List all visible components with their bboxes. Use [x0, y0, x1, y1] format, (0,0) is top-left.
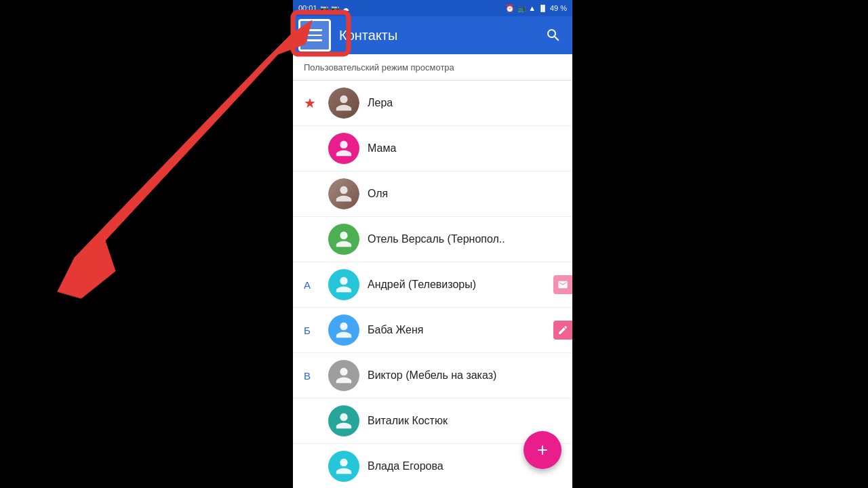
- avatar-otel: [328, 224, 359, 255]
- avatar-olya: [328, 178, 359, 209]
- svg-marker-1: [58, 20, 312, 298]
- avatar-vitalik: [328, 405, 359, 436]
- avatar-baba-zhenya: [328, 314, 359, 346]
- contact-item-lera[interactable]: ★ Лера: [293, 81, 572, 126]
- menu-button[interactable]: [298, 19, 331, 52]
- status-left: 00:01 📷 📷 ☁: [298, 4, 349, 13]
- contact-name-lera: Лера: [368, 97, 561, 109]
- contact-name-vitalik: Виталик Костюк: [368, 415, 561, 427]
- plus-icon: +: [537, 439, 548, 461]
- video-icon: 📷: [320, 5, 328, 12]
- add-contact-fab[interactable]: +: [524, 431, 561, 469]
- menu-line-2: [307, 35, 322, 37]
- contact-item-andrey[interactable]: А Андрей (Телевизоры): [293, 262, 572, 308]
- cloud-icon: ☁: [342, 4, 349, 13]
- contact-item-otel[interactable]: Отель Версаль (Тернопол..: [293, 217, 572, 262]
- cast-icon: 📺: [517, 5, 526, 12]
- search-button[interactable]: [540, 22, 567, 49]
- contact-name-andrey: Андрей (Телевизоры): [368, 279, 561, 291]
- menu-line-3: [307, 39, 322, 41]
- avatar-viktor: [328, 360, 359, 391]
- avatar-andrey: [328, 269, 359, 300]
- time-display: 00:01: [298, 4, 317, 12]
- star-icon: ★: [304, 95, 320, 111]
- quick-action-baba-zhenya[interactable]: [553, 321, 572, 340]
- avatar-mama: [328, 133, 359, 164]
- contact-item-baba-zhenya[interactable]: Б Баба Женя: [293, 308, 572, 353]
- contact-name-olya: Оля: [368, 188, 561, 200]
- phone-screen: 00:01 📷 📷 ☁ ⏰ 📺 ▲ ▐▌ 49 % Контакты Польз…: [293, 0, 572, 488]
- contact-name-viktor: Виктор (Мебель на заказ): [368, 369, 561, 382]
- contact-name-mama: Мама: [368, 142, 561, 155]
- menu-line-1: [307, 29, 322, 31]
- contacts-list[interactable]: ★ Лера М: [293, 81, 572, 488]
- status-right: ⏰ 📺 ▲ ▐▌ 49 %: [505, 4, 567, 13]
- avatar-vlada: [328, 451, 359, 482]
- contact-item-mama[interactable]: Мама: [293, 126, 572, 171]
- contact-item-olya[interactable]: Оля: [293, 171, 572, 217]
- app-title: Контакты: [336, 28, 534, 43]
- contact-name-otel: Отель Версаль (Тернопол..: [368, 233, 561, 245]
- battery-display: 49 %: [550, 4, 567, 12]
- avatar-lera: [328, 87, 359, 119]
- subtitle-text: Пользовательский режим просмотра: [304, 62, 454, 73]
- search-icon: [545, 27, 561, 43]
- contact-item-viktor[interactable]: В Виктор (Мебель на заказ): [293, 353, 572, 399]
- section-b: Б: [304, 325, 320, 336]
- wifi-icon: ▲: [528, 4, 536, 12]
- quick-action-lera[interactable]: [553, 275, 572, 294]
- section-v: В: [304, 370, 320, 382]
- photo-icon: 📷: [331, 5, 339, 12]
- app-bar: Контакты: [293, 16, 572, 54]
- signal-icon: ▐▌: [538, 5, 547, 12]
- alarm-icon: ⏰: [505, 4, 515, 13]
- section-a: А: [304, 279, 320, 291]
- subtitle-bar: Пользовательский режим просмотра: [293, 54, 572, 81]
- contact-name-baba-zhenya: Баба Женя: [368, 324, 561, 336]
- status-bar: 00:01 📷 📷 ☁ ⏰ 📺 ▲ ▐▌ 49 %: [293, 0, 572, 16]
